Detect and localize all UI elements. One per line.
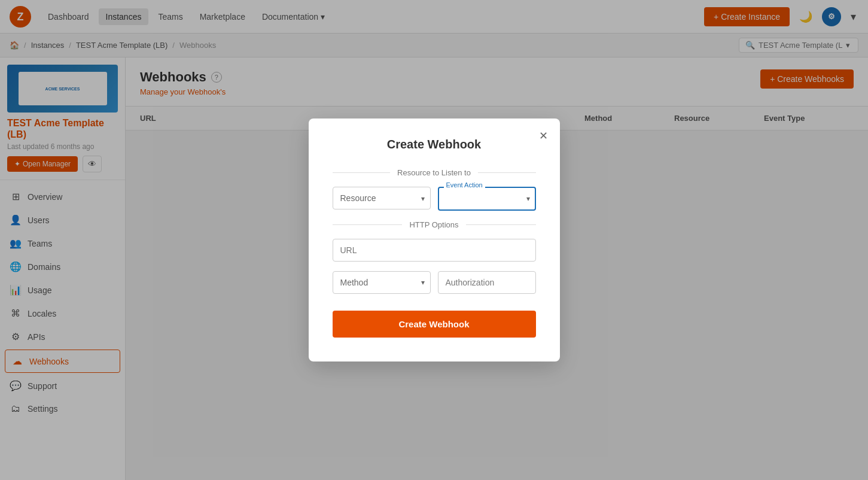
section-resource-divider: Resource to Listen to — [333, 168, 536, 177]
event-action-label: Event Action — [444, 182, 485, 189]
section-http-divider: HTTP Options — [333, 220, 536, 229]
url-group — [333, 239, 536, 262]
resource-select[interactable]: Resource — [333, 187, 431, 209]
authorization-group — [438, 271, 536, 294]
resource-select-wrapper: Resource — [333, 187, 431, 211]
authorization-input[interactable] — [438, 271, 536, 294]
method-select[interactable]: Method — [333, 271, 431, 294]
modal-title: Create Webhook — [333, 138, 536, 151]
url-row — [333, 239, 536, 262]
section-resource-label: Resource to Listen to — [397, 168, 471, 177]
method-select-wrapper: Method — [333, 271, 431, 294]
create-webhook-button[interactable]: Create Webhook — [333, 311, 536, 338]
resource-row: Resource Event Action — [333, 187, 536, 211]
event-action-wrapper: Event Action — [438, 187, 536, 211]
create-webhook-modal: ✕ Create Webhook Resource to Listen to R… — [309, 119, 560, 361]
section-http-label: HTTP Options — [409, 220, 458, 229]
event-action-select[interactable] — [438, 187, 536, 211]
method-auth-row: Method — [333, 271, 536, 294]
modal-close-button[interactable]: ✕ — [537, 128, 550, 144]
url-input[interactable] — [333, 239, 536, 262]
modal-overlay[interactable]: ✕ Create Webhook Resource to Listen to R… — [0, 0, 868, 480]
